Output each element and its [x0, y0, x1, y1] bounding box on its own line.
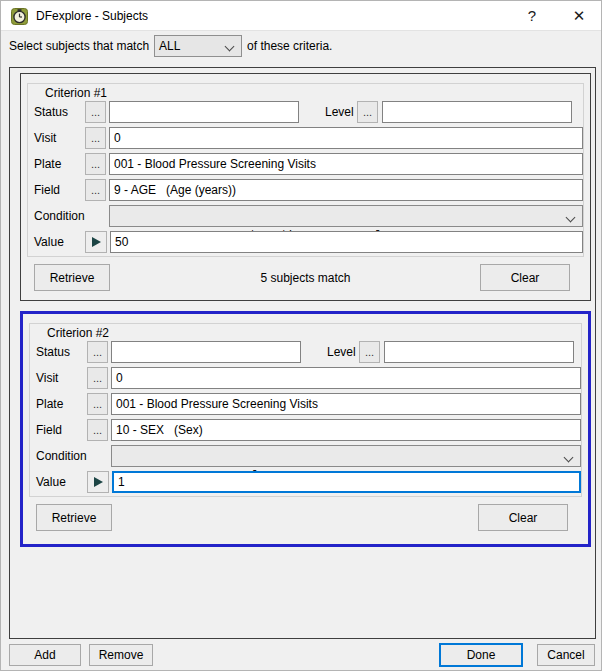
- visit-input[interactable]: [111, 367, 581, 389]
- value-play-button[interactable]: [85, 231, 107, 253]
- visit-label: Visit: [36, 371, 58, 385]
- clear-button[interactable]: Clear: [480, 264, 570, 291]
- condition-label: Condition: [36, 449, 87, 463]
- help-button[interactable]: ?: [516, 1, 548, 31]
- status-row: Status ... Level ...: [21, 101, 590, 123]
- field-row: Field ...: [23, 419, 588, 441]
- visit-browse-button[interactable]: ...: [87, 367, 108, 389]
- criterion-title: Criterion #2: [43, 326, 113, 340]
- condition-row: Condition == equal: [23, 445, 588, 467]
- criterion-1-group[interactable]: Criterion #1 Status ... Level ... Visit …: [20, 73, 591, 301]
- criterion-title: Criterion #1: [41, 86, 111, 100]
- plate-row: Plate ...: [23, 393, 588, 415]
- level-browse-button[interactable]: ...: [357, 101, 378, 123]
- clear-button[interactable]: Clear: [478, 504, 568, 531]
- play-icon: [94, 477, 103, 487]
- visit-label: Visit: [34, 131, 56, 145]
- match-suffix-text: of these criteria.: [247, 39, 332, 53]
- remove-button[interactable]: Remove: [89, 644, 153, 666]
- plate-label: Plate: [36, 397, 63, 411]
- match-mode-value: ALL: [159, 39, 180, 53]
- level-label: Level: [327, 345, 356, 359]
- condition-label: Condition: [34, 209, 85, 223]
- status-input[interactable]: [111, 341, 301, 363]
- value-input[interactable]: [110, 231, 583, 253]
- visit-row: Visit ...: [23, 367, 588, 389]
- plate-browse-button[interactable]: ...: [87, 393, 108, 415]
- level-input[interactable]: [384, 341, 574, 363]
- play-icon: [92, 237, 101, 247]
- condition-row: Condition >= greater than or equal: [21, 205, 590, 227]
- status-label: Status: [36, 345, 70, 359]
- add-button[interactable]: Add: [9, 644, 81, 666]
- condition-combobox[interactable]: >= greater than or equal: [109, 205, 583, 227]
- field-label: Field: [34, 183, 60, 197]
- chevron-down-icon: [566, 213, 576, 223]
- field-input[interactable]: [111, 419, 581, 441]
- value-input[interactable]: [112, 471, 581, 493]
- value-label: Value: [36, 475, 66, 489]
- dialog-window: DFexplore - Subjects ? ✕ Select subjects…: [0, 0, 602, 671]
- match-mode-combobox[interactable]: ALL: [154, 35, 242, 57]
- visit-input[interactable]: [109, 127, 583, 149]
- status-row: Status ... Level ...: [23, 341, 588, 363]
- visit-browse-button[interactable]: ...: [85, 127, 106, 149]
- chevron-down-icon: [225, 42, 235, 52]
- match-mode-row: Select subjects that match ALL of these …: [1, 32, 601, 60]
- retrieve-button[interactable]: Retrieve: [36, 504, 112, 531]
- criteria-panel: Criterion #1 Status ... Level ... Visit …: [9, 67, 596, 639]
- visit-row: Visit ...: [21, 127, 590, 149]
- match-prefix-text: Select subjects that match: [9, 39, 149, 53]
- title-bar: DFexplore - Subjects ? ✕: [1, 1, 601, 31]
- field-browse-button[interactable]: ...: [87, 419, 108, 441]
- plate-input[interactable]: [111, 393, 581, 415]
- status-label: Status: [34, 105, 68, 119]
- plate-input[interactable]: [109, 153, 583, 175]
- field-row: Field ...: [21, 179, 590, 201]
- value-row: Value: [23, 471, 588, 493]
- field-input[interactable]: [109, 179, 583, 201]
- status-browse-button[interactable]: ...: [85, 101, 106, 123]
- plate-row: Plate ...: [21, 153, 590, 175]
- window-title: DFexplore - Subjects: [36, 9, 148, 23]
- level-input[interactable]: [382, 101, 572, 123]
- done-button[interactable]: Done: [439, 643, 523, 667]
- value-row: Value: [21, 231, 590, 253]
- app-icon: [11, 8, 28, 25]
- status-input[interactable]: [109, 101, 299, 123]
- field-browse-button[interactable]: ...: [85, 179, 106, 201]
- level-browse-button[interactable]: ...: [359, 341, 380, 363]
- close-button[interactable]: ✕: [563, 1, 595, 31]
- condition-combobox[interactable]: == equal: [111, 445, 581, 467]
- chevron-down-icon: [564, 453, 574, 463]
- criterion-2-group[interactable]: Criterion #2 Status ... Level ... Visit …: [20, 311, 591, 547]
- plate-browse-button[interactable]: ...: [85, 153, 106, 175]
- cancel-button[interactable]: Cancel: [537, 644, 595, 666]
- status-browse-button[interactable]: ...: [87, 341, 108, 363]
- value-play-button[interactable]: [87, 471, 109, 493]
- level-label: Level: [325, 105, 354, 119]
- value-label: Value: [34, 235, 64, 249]
- field-label: Field: [36, 423, 62, 437]
- plate-label: Plate: [34, 157, 61, 171]
